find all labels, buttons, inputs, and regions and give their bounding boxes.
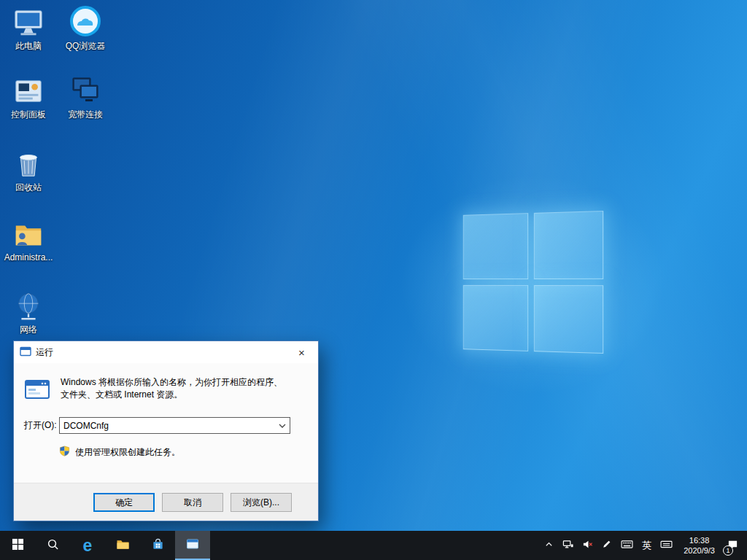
desktop-icon-label: 网络 <box>0 324 57 335</box>
qq-browser-icon <box>57 4 114 39</box>
run-dialog: 运行 × Windows 将根据你所输入的名称，为你打开相应的程序、文件夹、文档… <box>13 341 319 521</box>
windows-start-icon <box>12 538 24 553</box>
run-app-icon <box>186 537 199 553</box>
start-button[interactable] <box>0 531 35 560</box>
desktop-icon-recycle-bin[interactable]: 回收站 <box>0 147 57 192</box>
chevron-up-icon <box>544 539 554 552</box>
tray-volume-button[interactable] <box>578 531 597 560</box>
desktop-icon-administrator[interactable]: Administra... <box>0 217 57 262</box>
volume-muted-icon <box>582 539 593 553</box>
this-pc-icon <box>0 6 57 39</box>
run-window-icon <box>24 376 61 405</box>
desktop-icon-network[interactable]: 网络 <box>0 289 57 335</box>
ime-language-label: 英 <box>642 539 651 552</box>
tray-touch-keyboard-button[interactable] <box>656 531 677 560</box>
clock-date: 2020/9/3 <box>684 545 715 556</box>
chevron-down-icon[interactable] <box>275 418 290 433</box>
tray-show-hidden-icons-button[interactable] <box>540 531 558 560</box>
ok-button[interactable]: 确定 <box>93 493 155 512</box>
desktop-icon-label: QQ浏览器 <box>57 41 114 51</box>
desktop-icon-label: 控制面板 <box>0 109 57 120</box>
desktop-icon-broadband[interactable]: 宽带连接 <box>57 73 114 120</box>
uac-shield-icon <box>59 446 70 459</box>
desktop-icon-control-panel[interactable]: 控制面板 <box>0 74 57 120</box>
ethernet-network-icon <box>562 539 573 553</box>
open-label: 打开(O): <box>24 419 59 432</box>
tray-ime-button[interactable]: 英 <box>638 531 656 560</box>
tray-clock[interactable]: 16:38 2020/9/3 <box>677 531 721 560</box>
desktop-icon-label: 宽带连接 <box>57 109 114 120</box>
control-panel-icon <box>0 74 57 108</box>
keyboard-icon <box>621 539 633 552</box>
action-center-button[interactable]: 1 <box>721 531 747 560</box>
windows-logo <box>463 211 603 354</box>
run-dialog-title: 运行 <box>36 346 53 359</box>
microsoft-store-icon <box>152 538 164 553</box>
run-dialog-title-icon <box>20 346 31 359</box>
taskbar-search-button[interactable] <box>35 531 70 560</box>
run-command-input[interactable] <box>60 421 275 431</box>
network-icon <box>0 289 57 323</box>
admin-note: 使用管理权限创建此任务。 <box>75 446 180 459</box>
search-icon <box>47 538 59 553</box>
file-explorer-icon <box>116 538 130 553</box>
windows-logo-pane <box>534 211 603 279</box>
tray-keyboard-button[interactable] <box>616 531 638 560</box>
desktop-icon-label: 回收站 <box>0 182 57 192</box>
run-combobox[interactable] <box>59 417 290 434</box>
recycle-bin-icon <box>0 147 57 181</box>
cancel-button[interactable]: 取消 <box>162 493 223 512</box>
desktop-icon-label: 此电脑 <box>0 41 57 51</box>
administrator-folder-icon <box>0 217 57 251</box>
run-dialog-footer: 确定 取消 浏览(B)... <box>14 483 318 521</box>
tray-pen-button[interactable] <box>597 531 616 560</box>
desktop-icon-label: Administra... <box>0 252 57 262</box>
close-icon[interactable]: × <box>285 341 318 363</box>
clock-time: 16:38 <box>689 535 710 545</box>
touch-keyboard-icon <box>660 539 673 552</box>
desktop-icon-this-pc[interactable]: 此电脑 <box>0 6 57 51</box>
edge-icon: e <box>83 531 93 560</box>
taskbar-edge-button[interactable]: e <box>70 531 105 560</box>
pen-icon <box>602 539 612 552</box>
taskbar-file-explorer-button[interactable] <box>105 531 140 560</box>
tray-network-button[interactable] <box>558 531 578 560</box>
broadband-icon <box>57 73 114 108</box>
windows-logo-pane <box>463 285 528 351</box>
run-dialog-description: Windows 将根据你所输入的名称，为你打开相应的程序、文件夹、文档或 Int… <box>61 376 290 405</box>
taskbar-run-app-button[interactable] <box>175 531 210 560</box>
desktop-icon-qq-browser[interactable]: QQ浏览器 <box>57 4 114 51</box>
windows-logo-pane <box>463 213 528 279</box>
browse-button[interactable]: 浏览(B)... <box>231 493 292 512</box>
run-dialog-titlebar[interactable]: 运行 × <box>14 341 318 363</box>
windows-logo-pane <box>534 285 603 354</box>
notification-badge: 1 <box>723 545 733 556</box>
taskbar: e <box>0 531 747 560</box>
taskbar-store-button[interactable] <box>140 531 175 560</box>
